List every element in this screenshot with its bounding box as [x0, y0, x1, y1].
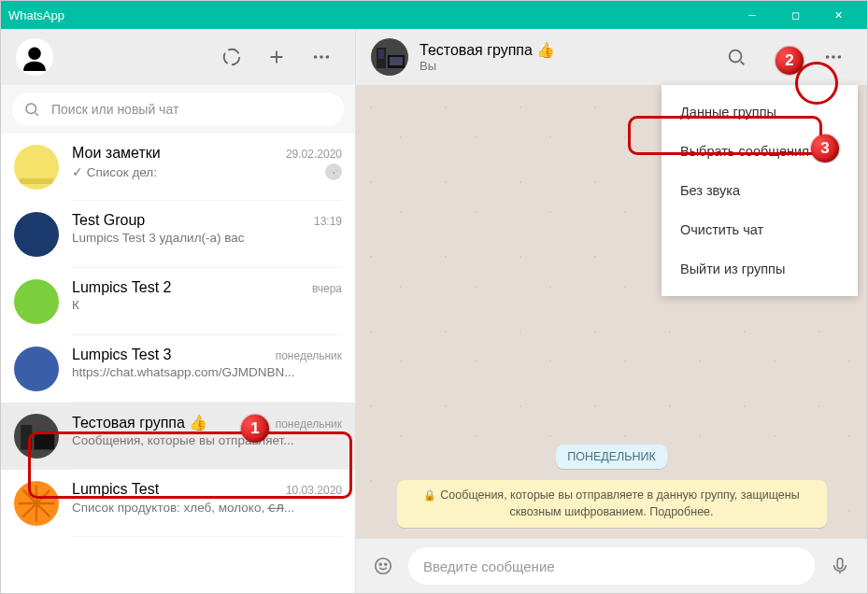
- chat-menu-icon[interactable]: [815, 38, 852, 76]
- date-chip: ПОНЕДЕЛЬНИК: [556, 445, 667, 469]
- encryption-notice[interactable]: 🔒Сообщения, которые вы отправляете в дан…: [397, 480, 827, 528]
- search-box[interactable]: [12, 92, 344, 126]
- app-title: WhatsApp: [8, 8, 731, 22]
- chat-avatar: [14, 481, 59, 526]
- search-container: [1, 85, 355, 134]
- titlebar: WhatsApp ─ ◻ ✕: [1, 1, 867, 29]
- chat-search-icon[interactable]: [718, 38, 755, 76]
- new-chat-icon[interactable]: [258, 38, 295, 76]
- svg-rect-13: [390, 57, 403, 65]
- callout-3: 3: [811, 134, 839, 163]
- pin-icon: [325, 163, 342, 180]
- group-subtitle: Вы: [420, 59, 706, 73]
- chat-avatar: [14, 279, 59, 324]
- svg-rect-21: [837, 559, 843, 569]
- chat-avatar: [14, 145, 59, 190]
- svg-point-2: [320, 55, 323, 59]
- chat-preview: Список продуктов: хлеб, молоко, с̶л̶...: [72, 500, 342, 515]
- chat-time: 10.03.2020: [286, 484, 342, 497]
- svg-point-15: [826, 55, 830, 59]
- chat-preview: Lumpics Test 3 удалил(-а) вас: [72, 231, 342, 245]
- group-avatar[interactable]: [371, 38, 408, 76]
- chat-name: Lumpics Test 3: [72, 346, 270, 363]
- composer: [356, 539, 867, 593]
- chat-item[interactable]: Lumpics Test 2вчераК: [1, 268, 355, 335]
- svg-rect-8: [35, 434, 55, 450]
- svg-point-1: [314, 55, 318, 59]
- chat-preview: К: [72, 298, 342, 312]
- lock-icon: 🔒: [423, 488, 436, 502]
- minimize-button[interactable]: ─: [731, 1, 774, 29]
- chat-avatar: [14, 346, 59, 391]
- chat-preview: https://chat.whatsapp.com/GJMDNBN...: [72, 365, 342, 379]
- message-input[interactable]: [423, 559, 800, 574]
- chat-name: Test Group: [72, 212, 308, 229]
- sidebar-header: [1, 29, 355, 85]
- chat-item[interactable]: Lumpics Test 3понедельникhttps://chat.wh…: [1, 335, 355, 403]
- chat-time: 29.02.2020: [286, 148, 342, 161]
- svg-point-18: [376, 559, 391, 574]
- chat-name: Тестовая группа 👍: [72, 414, 270, 431]
- chat-name: Lumpics Test 2: [72, 279, 306, 296]
- message-input-wrap[interactable]: [408, 547, 815, 585]
- svg-rect-6: [20, 178, 53, 184]
- callout-1: 1: [241, 415, 269, 443]
- svg-point-19: [379, 563, 381, 565]
- svg-point-4: [26, 104, 36, 114]
- svg-point-0: [224, 50, 240, 65]
- status-icon[interactable]: [213, 38, 250, 76]
- self-avatar[interactable]: [16, 38, 53, 76]
- chat-panel: Тестовая группа 👍 Вы ПОНЕДЕЛЬНИК 🔒Сообще…: [356, 29, 867, 593]
- chat-item[interactable]: Тестовая группа 👍понедельникСообщения, к…: [1, 403, 355, 470]
- svg-point-16: [832, 55, 835, 59]
- chat-item[interactable]: Мои заметки29.02.2020✓ Список дел:: [1, 134, 355, 201]
- chat-time: понедельник: [276, 349, 342, 362]
- search-icon: [23, 101, 40, 118]
- chat-list[interactable]: Мои заметки29.02.2020✓ Список дел:Test G…: [1, 134, 355, 593]
- group-info[interactable]: Тестовая группа 👍 Вы: [420, 41, 706, 73]
- chat-preview: Сообщения, которые вы отправляет...: [72, 433, 342, 447]
- context-menu: Данные группыВыбрать сообщенияБез звукаО…: [662, 85, 858, 296]
- chat-item[interactable]: Test Group13:19Lumpics Test 3 удалил(-а)…: [1, 201, 355, 268]
- group-name: Тестовая группа 👍: [420, 41, 706, 59]
- emoji-icon[interactable]: [367, 550, 399, 582]
- menu-item[interactable]: Без звука: [662, 171, 858, 210]
- chat-avatar: [14, 414, 59, 459]
- chat-name: Мои заметки: [72, 145, 280, 162]
- svg-rect-11: [378, 50, 384, 59]
- callout-2: 2: [776, 47, 804, 75]
- maximize-button[interactable]: ◻: [774, 1, 817, 29]
- menu-icon[interactable]: [303, 38, 340, 76]
- chat-name: Lumpics Test: [72, 481, 280, 498]
- svg-rect-7: [21, 425, 32, 449]
- menu-item[interactable]: Данные группы: [662, 92, 858, 132]
- chat-time: понедельник: [276, 417, 342, 431]
- whatsapp-window: WhatsApp ─ ◻ ✕: [0, 0, 868, 594]
- svg-point-3: [326, 55, 330, 59]
- close-button[interactable]: ✕: [817, 1, 860, 29]
- sidebar: Мои заметки29.02.2020✓ Список дел:Test G…: [1, 29, 356, 593]
- svg-point-14: [730, 50, 742, 63]
- chat-item[interactable]: Lumpics Test10.03.2020Список продуктов: …: [1, 470, 355, 537]
- chat-time: 13:19: [314, 215, 342, 228]
- mic-icon[interactable]: [824, 550, 856, 582]
- chat-avatar: [14, 212, 59, 257]
- svg-point-17: [838, 55, 842, 59]
- search-input[interactable]: [51, 102, 333, 117]
- svg-point-20: [385, 563, 387, 565]
- menu-item[interactable]: Очистить чат: [662, 210, 858, 249]
- chat-preview: ✓ Список дел:: [72, 164, 320, 179]
- chat-time: вчера: [312, 282, 342, 295]
- menu-item[interactable]: Выйти из группы: [662, 249, 858, 289]
